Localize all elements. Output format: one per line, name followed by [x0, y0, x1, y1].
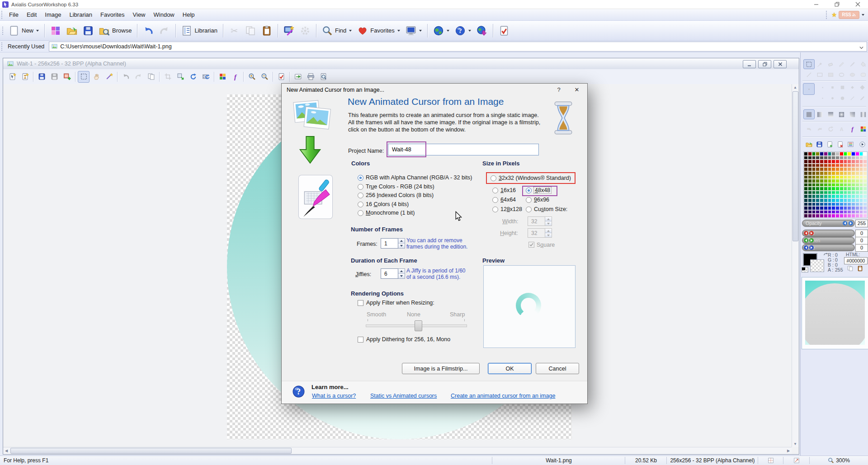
- green-increase-arrow[interactable]: [809, 238, 814, 243]
- effects-button[interactable]: f: [229, 71, 241, 83]
- palette-swatch[interactable]: [812, 202, 816, 207]
- palette-swatch[interactable]: [847, 194, 851, 198]
- filmstrip-button[interactable]: [200, 71, 212, 83]
- palette-swatch[interactable]: [828, 164, 832, 168]
- palette-swatch[interactable]: [828, 214, 832, 218]
- palette-swatch[interactable]: [863, 183, 867, 187]
- tool-roundrect-button[interactable]: [858, 70, 868, 80]
- gradient-diag-button[interactable]: [847, 109, 858, 119]
- palette-swatch[interactable]: [820, 167, 824, 171]
- combo-chevron-icon[interactable]: [859, 44, 864, 49]
- palette-swatch[interactable]: [812, 187, 816, 191]
- palette-swatch[interactable]: [828, 206, 832, 210]
- palette-swatch[interactable]: [828, 152, 832, 156]
- palette-swatch[interactable]: [808, 214, 812, 218]
- horizontal-scrollbar[interactable]: ◀ ▶: [3, 447, 792, 454]
- palette-swatch[interactable]: [835, 167, 840, 171]
- palette-swatch[interactable]: [824, 156, 828, 160]
- palette-swatch[interactable]: [863, 167, 867, 171]
- window-minimize-button[interactable]: [807, 0, 825, 9]
- palette-swatch[interactable]: [859, 194, 863, 198]
- palette-swatch[interactable]: [844, 160, 848, 164]
- zoom-out-button[interactable]: [259, 71, 270, 83]
- palette-swatch[interactable]: [816, 206, 820, 210]
- palette-swatch[interactable]: [840, 152, 844, 156]
- palette-swatch[interactable]: [859, 206, 863, 210]
- palette-swatch[interactable]: [855, 198, 859, 202]
- rotate-button[interactable]: [187, 71, 199, 83]
- palette-swatch[interactable]: [812, 160, 816, 164]
- palette-swatch[interactable]: [820, 171, 824, 175]
- opacity-increase-arrow[interactable]: [849, 221, 853, 225]
- palette-swatch[interactable]: [840, 175, 844, 179]
- palette-swatch[interactable]: [812, 210, 816, 214]
- copy-color-icon[interactable]: [847, 265, 854, 272]
- copy-button[interactable]: [242, 23, 259, 39]
- palette-swatch[interactable]: [855, 187, 859, 191]
- palette-swatch[interactable]: [824, 175, 828, 179]
- palette-swatch[interactable]: [840, 179, 844, 183]
- palette-swatch[interactable]: [804, 164, 808, 168]
- opacity-slider[interactable]: Opacity: [802, 220, 855, 227]
- librarian-button[interactable]: Librarian: [179, 23, 220, 39]
- open-palette-button[interactable]: [803, 139, 815, 149]
- palette-swatch[interactable]: [863, 202, 867, 207]
- export-button[interactable]: [292, 71, 304, 83]
- red-decrease-arrow[interactable]: [804, 231, 808, 235]
- palette-swatch[interactable]: [863, 194, 867, 198]
- palette-swatch[interactable]: [844, 164, 848, 168]
- palette-swatch[interactable]: [820, 179, 824, 183]
- color-option-4-radio[interactable]: [358, 210, 363, 216]
- palette-swatch[interactable]: [812, 175, 816, 179]
- palette-swatch[interactable]: [808, 156, 812, 160]
- palette-swatch[interactable]: [831, 194, 835, 198]
- palette-swatch[interactable]: [847, 179, 851, 183]
- palette-swatch[interactable]: [820, 156, 824, 160]
- palette-swatch[interactable]: [835, 214, 840, 218]
- palette-swatch[interactable]: [828, 191, 832, 195]
- document-titlebar[interactable]: Wait-1 - 256x256 - 32 BPP (Alpha Channel…: [3, 58, 799, 70]
- undo-button[interactable]: [140, 23, 156, 39]
- palette-swatch[interactable]: [828, 183, 832, 187]
- red-increase-arrow[interactable]: [809, 231, 814, 235]
- palette-swatch[interactable]: [824, 214, 828, 218]
- palette-swatch[interactable]: [812, 152, 816, 156]
- palette-swatch[interactable]: [820, 214, 824, 218]
- palette-swatch[interactable]: [808, 167, 812, 171]
- brush-size-dm2-button[interactable]: [857, 82, 868, 92]
- opacity-value[interactable]: 255: [855, 220, 868, 227]
- palette-swatch[interactable]: [835, 206, 840, 210]
- height-spinner[interactable]: 32: [528, 228, 552, 238]
- palette-swatch[interactable]: [855, 164, 859, 168]
- scroll-down-arrow[interactable]: ▼: [792, 441, 798, 447]
- palette-swatch[interactable]: [812, 164, 816, 168]
- jiffies-spinner[interactable]: 6: [381, 268, 405, 279]
- redo-button[interactable]: [132, 71, 144, 83]
- recently-used-combobox[interactable]: C:\Users\mouse\Downloads\Wait\Wait-1.png: [49, 42, 867, 52]
- palette-swatch[interactable]: [808, 179, 812, 183]
- palette-swatch[interactable]: [831, 191, 835, 195]
- palette-swatch[interactable]: [840, 206, 844, 210]
- palette-swatch[interactable]: [808, 152, 812, 156]
- palette-swatch[interactable]: [840, 214, 844, 218]
- horizontal-scroll-thumb[interactable]: [10, 448, 292, 454]
- tool-line-button[interactable]: [803, 70, 815, 80]
- palette-swatch[interactable]: [828, 171, 832, 175]
- palette-swatch[interactable]: [804, 175, 808, 179]
- palette-swatch[interactable]: [851, 171, 855, 175]
- palette-swatch[interactable]: [816, 167, 820, 171]
- palette-swatch[interactable]: [840, 167, 844, 171]
- opacity-decrease-arrow[interactable]: [843, 221, 847, 225]
- palette-swatch[interactable]: [863, 160, 867, 164]
- palette-menu-button[interactable]: [857, 139, 868, 149]
- palette-swatch[interactable]: [808, 187, 812, 191]
- palette-swatch[interactable]: [863, 175, 867, 179]
- palette-swatch[interactable]: [840, 187, 844, 191]
- palette-list-button[interactable]: [845, 139, 856, 149]
- palette-swatch[interactable]: [831, 187, 835, 191]
- cancel-button[interactable]: Cancel: [536, 363, 579, 374]
- palette-swatch[interactable]: [804, 179, 808, 183]
- web-dropdown-arrow[interactable]: [447, 30, 449, 32]
- palette-swatch[interactable]: [820, 183, 824, 187]
- palette-swatch[interactable]: [820, 191, 824, 195]
